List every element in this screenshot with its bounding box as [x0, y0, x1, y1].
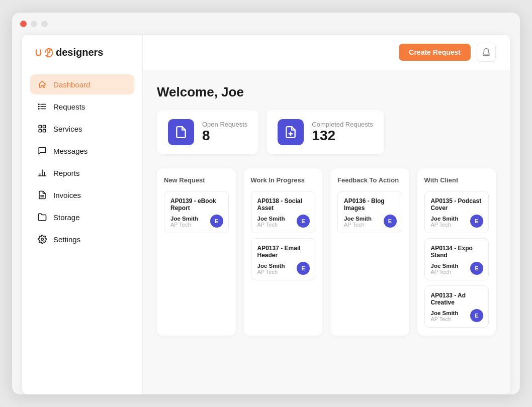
request-card[interactable]: AP0134 - Expo Stand Joe Smith AP Tech E	[424, 238, 489, 280]
request-card[interactable]: AP0137 - Email Header Joe Smith AP Tech …	[251, 238, 316, 280]
svg-point-16	[41, 238, 44, 241]
minimize-dot[interactable]	[31, 21, 37, 27]
stat-cards: Open Requests 8 Completed Requests 132	[157, 110, 496, 154]
avatar: E	[470, 262, 483, 275]
close-dot[interactable]	[20, 21, 27, 27]
sidebar-item-dashboard[interactable]: Dashboard	[30, 74, 134, 94]
avatar: E	[470, 309, 483, 322]
content-area: Welcome, Joe Open Requests 8	[143, 70, 510, 394]
logo-mark	[43, 47, 54, 58]
svg-rect-9	[43, 130, 46, 132]
card-title: AP0133 - Ad Creative	[431, 292, 483, 306]
app-window: ∪ designers Dashboard Requests	[12, 13, 520, 394]
open-requests-icon	[168, 119, 194, 145]
kanban-col-feedback-to-action: Feedback To Action AP0136 - Blog Images …	[330, 168, 409, 336]
app-container: ∪ designers Dashboard Requests	[22, 35, 510, 394]
request-card[interactable]: AP0138 - Social Asset Joe Smith AP Tech …	[251, 191, 316, 233]
request-card[interactable]: AP0135 - Podcast Cover Joe Smith AP Tech…	[424, 191, 489, 233]
completed-requests-card: Completed Requests 132	[267, 110, 384, 154]
request-card[interactable]: AP0133 - Ad Creative Joe Smith AP Tech E	[424, 285, 489, 328]
avatar: E	[297, 215, 310, 228]
avatar: E	[297, 262, 310, 275]
request-card[interactable]: AP0139 - eBook Report Joe Smith AP Tech …	[164, 191, 229, 233]
logo-icon: ∪	[34, 47, 42, 58]
kanban-col-new-request: New Request AP0139 - eBook Report Joe Sm…	[157, 168, 236, 336]
logo: ∪ designers	[30, 47, 134, 58]
welcome-title: Welcome, Joe	[157, 84, 496, 100]
main-area: Create Request Welcome, Joe Open Request…	[143, 35, 510, 394]
sidebar-item-requests[interactable]: Requests	[30, 96, 134, 117]
bar-chart-icon	[37, 168, 47, 178]
card-title: AP0136 - Blog Images	[344, 197, 396, 212]
svg-rect-7	[43, 125, 46, 128]
sidebar-label-reports: Reports	[53, 169, 80, 177]
column-title: New Request	[164, 176, 229, 184]
avatar: E	[384, 215, 397, 228]
sidebar-label-requests: Requests	[53, 103, 85, 111]
header: Create Request	[143, 35, 510, 70]
column-title: Work In Progress	[251, 176, 316, 184]
card-title: AP0137 - Email Header	[257, 245, 309, 259]
card-title: AP0138 - Social Asset	[257, 197, 309, 212]
svg-rect-6	[39, 125, 41, 128]
kanban-col-with-client: With Client AP0135 - Podcast Cover Joe S…	[417, 168, 496, 336]
sidebar-item-reports[interactable]: Reports	[30, 163, 134, 183]
sidebar-label-services: Services	[53, 125, 82, 133]
logo-text: designers	[56, 47, 103, 58]
notification-button[interactable]	[477, 43, 496, 62]
card-title: AP0135 - Podcast Cover	[431, 197, 483, 212]
svg-point-5	[39, 109, 40, 110]
sidebar-item-invoices[interactable]: Invoices	[30, 185, 134, 205]
folder-icon	[37, 212, 47, 222]
column-title: With Client	[424, 176, 489, 184]
maximize-dot[interactable]	[41, 21, 48, 27]
home-icon	[37, 79, 47, 89]
sidebar-item-services[interactable]: Services	[30, 119, 134, 139]
sidebar: ∪ designers Dashboard Requests	[22, 35, 143, 394]
sidebar-item-messages[interactable]: Messages	[30, 141, 134, 161]
completed-requests-value: 132	[312, 128, 373, 144]
request-card[interactable]: AP0136 - Blog Images Joe Smith AP Tech E	[337, 191, 402, 233]
avatar: E	[470, 215, 483, 228]
svg-rect-8	[39, 130, 41, 132]
column-title: Feedback To Action	[337, 176, 402, 184]
completed-requests-icon	[278, 119, 304, 145]
kanban-col-work-in-progress: Work In Progress AP0138 - Social Asset J…	[244, 168, 323, 336]
sidebar-label-storage: Storage	[53, 213, 80, 222]
chat-icon	[37, 146, 47, 156]
svg-point-3	[39, 104, 40, 105]
svg-point-4	[39, 106, 40, 107]
sidebar-label-invoices: Invoices	[53, 191, 81, 199]
sidebar-label-messages: Messages	[53, 147, 87, 155]
card-title: AP0134 - Expo Stand	[431, 245, 483, 259]
bell-icon	[482, 48, 491, 57]
completed-requests-label: Completed Requests	[312, 121, 373, 128]
grid-icon	[37, 124, 47, 134]
kanban-board: New Request AP0139 - eBook Report Joe Sm…	[157, 168, 496, 336]
list-icon	[37, 101, 47, 112]
create-request-button[interactable]: Create Request	[399, 44, 471, 61]
open-requests-value: 8	[202, 128, 247, 144]
titlebar	[12, 13, 520, 35]
gear-icon	[37, 234, 47, 244]
sidebar-label-dashboard: Dashboard	[53, 80, 90, 89]
sidebar-label-settings: Settings	[53, 235, 80, 244]
sidebar-item-storage[interactable]: Storage	[30, 207, 134, 227]
card-title: AP0139 - eBook Report	[170, 197, 222, 212]
sidebar-item-settings[interactable]: Settings	[30, 229, 134, 249]
open-requests-card: Open Requests 8	[157, 110, 258, 154]
open-requests-label: Open Requests	[202, 121, 247, 128]
avatar: E	[210, 215, 223, 228]
file-icon	[37, 190, 47, 200]
